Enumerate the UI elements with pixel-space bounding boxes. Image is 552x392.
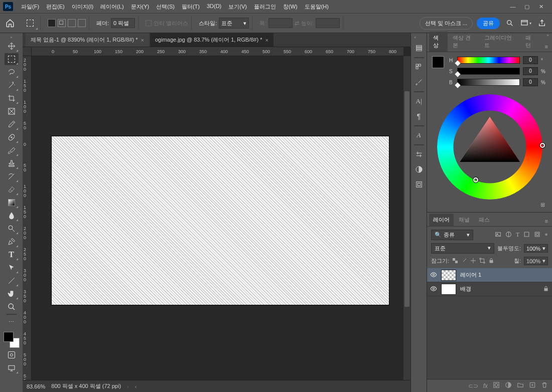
lock-pixels-icon[interactable]	[461, 258, 467, 265]
panel-icon-styles[interactable]	[413, 163, 425, 175]
eyedropper-tool[interactable]	[5, 118, 19, 130]
lasso-tool[interactable]	[5, 66, 19, 78]
menu-item[interactable]: 이미지(I)	[69, 1, 96, 13]
document-info[interactable]: 800 픽셀 x 400 픽셀 (72 ppi)	[51, 382, 121, 390]
history-brush-tool[interactable]	[5, 170, 19, 182]
style-select[interactable]: 표준▾	[219, 18, 249, 29]
magic-wand-tool[interactable]	[5, 79, 19, 91]
zoom-tool[interactable]	[5, 301, 19, 313]
layer-group-icon[interactable]	[517, 381, 524, 390]
slider-value-input[interactable]: 0	[523, 67, 538, 75]
move-tool[interactable]	[5, 40, 19, 52]
maximize-button[interactable]: ▢	[523, 3, 531, 11]
crop-tool[interactable]	[5, 92, 19, 104]
color-swatches[interactable]	[4, 332, 20, 348]
panel-icon-libraries[interactable]	[413, 178, 425, 190]
selection-new-icon[interactable]	[48, 19, 56, 27]
quick-mask-button[interactable]	[5, 349, 19, 361]
adjustment-layer-icon[interactable]	[505, 381, 512, 390]
tab-close-icon[interactable]: ×	[265, 37, 268, 43]
panel-tab[interactable]: 채널	[455, 214, 474, 226]
search-icon[interactable]	[504, 17, 516, 29]
gradient-tool[interactable]	[5, 197, 19, 209]
fill-input[interactable]: 100%▾	[524, 257, 548, 265]
filter-shape-icon[interactable]	[523, 231, 530, 239]
layer-thumbnail[interactable]	[441, 284, 456, 295]
share-button[interactable]: 공유	[477, 18, 500, 29]
menu-item[interactable]: 3D(D)	[204, 1, 224, 13]
panel-icon-layers[interactable]	[413, 42, 425, 54]
workspace-icon[interactable]: ▾	[520, 17, 532, 29]
blend-mode-select[interactable]: 표준▾	[431, 243, 494, 254]
ruler-origin[interactable]	[23, 47, 32, 56]
filter-pixel-icon[interactable]	[495, 231, 501, 239]
menu-item[interactable]: 도움말(H)	[302, 1, 332, 13]
color-panel-menu-icon[interactable]: ≡	[541, 42, 552, 52]
panel-icon-paragraph[interactable]: ¶	[413, 110, 425, 122]
close-button[interactable]: ✕	[537, 3, 545, 11]
selection-intersect-icon[interactable]	[78, 19, 86, 27]
healing-tool[interactable]	[5, 131, 19, 143]
export-icon[interactable]	[536, 17, 548, 29]
current-color-swatch[interactable]	[432, 56, 444, 68]
color-wheel[interactable]	[437, 94, 542, 200]
tab-close-icon[interactable]: ×	[141, 37, 144, 43]
marquee-tool[interactable]	[5, 53, 19, 65]
panel-tab[interactable]: 색상 견본	[449, 32, 479, 52]
brush-tool[interactable]	[5, 144, 19, 156]
status-chevron-icon[interactable]: ‹	[135, 383, 137, 389]
menu-item[interactable]: 편집(E)	[43, 1, 68, 13]
filter-type-icon[interactable]: T	[516, 231, 519, 239]
screen-mode-button[interactable]	[5, 362, 19, 374]
filter-toggle-icon[interactable]: ●	[544, 231, 548, 239]
strip-collapse-handle[interactable]: «	[411, 35, 427, 39]
artboard[interactable]	[52, 136, 389, 305]
menu-item[interactable]: 선택(S)	[153, 1, 178, 13]
canvas[interactable]	[32, 56, 403, 380]
menu-item[interactable]: 문자(Y)	[128, 1, 153, 13]
eraser-tool[interactable]	[5, 183, 19, 195]
menu-item[interactable]: 창(W)	[280, 1, 301, 13]
lock-artboard-icon[interactable]	[479, 258, 485, 265]
horizontal-ruler[interactable]: 0501001502002503003504004505005506006507…	[32, 47, 403, 56]
layer-filter-kind-select[interactable]: 🔍종류▾	[431, 230, 473, 240]
lock-transparency-icon[interactable]	[452, 258, 458, 265]
visibility-icon[interactable]	[430, 285, 437, 293]
scrollbar-thumb[interactable]	[404, 91, 409, 307]
layer-item[interactable]: 레이어 1	[427, 268, 552, 282]
edit-toolbar-button[interactable]: ⋯	[5, 316, 19, 328]
lock-all-icon[interactable]	[488, 258, 494, 265]
layer-mask-icon[interactable]	[493, 381, 500, 390]
minimize-button[interactable]: —	[509, 3, 517, 11]
layer-thumbnail[interactable]	[441, 270, 456, 281]
stamp-tool[interactable]	[5, 157, 19, 169]
tools-collapse-handle[interactable]: »	[0, 35, 23, 39]
menu-item[interactable]: 필터(T)	[179, 1, 203, 13]
path-select-tool[interactable]	[5, 262, 19, 274]
visibility-icon[interactable]	[430, 271, 437, 279]
foreground-color-swatch[interactable]	[4, 332, 14, 342]
hue-marker[interactable]	[540, 143, 545, 148]
status-arrow-icon[interactable]: ›	[127, 383, 129, 389]
filter-adjust-icon[interactable]	[505, 231, 512, 239]
feather-input[interactable]	[111, 18, 135, 28]
type-tool[interactable]: T	[5, 249, 19, 261]
color-slider[interactable]	[457, 68, 520, 75]
panel-icon-swatches[interactable]	[413, 61, 425, 73]
vertical-scrollbar[interactable]	[403, 56, 410, 380]
select-and-mask-button[interactable]: 선택 및 마스크 ...	[420, 17, 473, 30]
layer-name[interactable]: 배경	[460, 285, 471, 293]
new-layer-icon[interactable]	[529, 381, 536, 390]
zoom-level[interactable]: 83.66%	[27, 383, 45, 389]
layer-name[interactable]: 레이어 1	[460, 271, 481, 279]
panel-tab[interactable]: 색상	[429, 32, 448, 52]
color-slider[interactable]	[457, 57, 520, 64]
delete-layer-icon[interactable]	[541, 381, 548, 390]
panel-icon-glyphs[interactable]: A	[413, 129, 425, 141]
shape-tool[interactable]	[5, 275, 19, 287]
home-button[interactable]	[4, 17, 16, 29]
lock-position-icon[interactable]	[470, 258, 476, 265]
blur-tool[interactable]	[5, 210, 19, 222]
hand-tool[interactable]	[5, 288, 19, 300]
marquee-tool-icon[interactable]	[23, 17, 37, 29]
